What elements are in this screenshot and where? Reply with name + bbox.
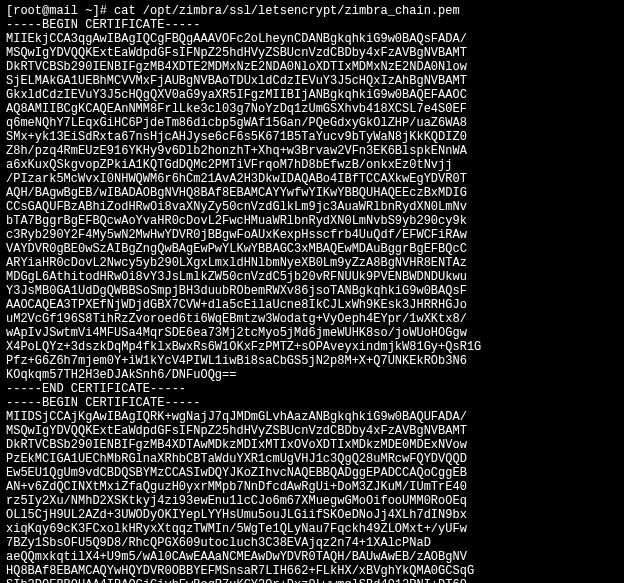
command-text: cat /opt/zimbra/ssl/letsencrypt/zimbra_c… bbox=[114, 4, 460, 18]
prompt-symbol: # bbox=[100, 4, 107, 18]
prompt-cwd: ~ bbox=[85, 4, 92, 18]
terminal-output: [root@mail ~]# cat /opt/zimbra/ssl/letse… bbox=[0, 0, 624, 583]
prompt-user: root bbox=[13, 4, 42, 18]
prompt-host: mail bbox=[49, 4, 78, 18]
shell-prompt: [root@mail ~]# bbox=[6, 4, 107, 18]
file-contents: -----BEGIN CERTIFICATE----- MIIEkjCCA3qg… bbox=[6, 18, 481, 583]
